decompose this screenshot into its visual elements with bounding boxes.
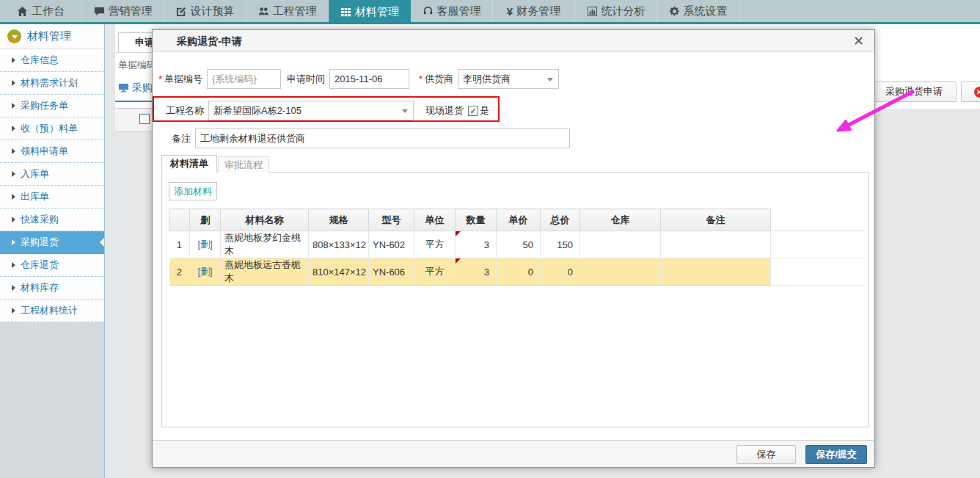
price-cell[interactable]: 0 <box>497 258 541 286</box>
purchase-return-apply-button[interactable]: 采购退货申请 <box>871 82 957 102</box>
nav-tab-label: 客服管理 <box>437 4 481 18</box>
qty-cell[interactable]: 3 <box>456 258 497 286</box>
sidebar-item-project-material-stats[interactable]: 工程材料统计 <box>0 300 104 322</box>
chat-icon <box>94 6 105 17</box>
material-name-cell[interactable]: 燕妮地板远古香栀木 <box>221 258 309 286</box>
background-tab-divider <box>115 52 153 53</box>
dialog-footer: 保存 保存/提交 <box>153 440 874 467</box>
caret-right-icon <box>12 217 15 222</box>
app-window: 工作台 营销管理 设计预算 工程管理 材料管理 客服管理 ¥ 财务管理 统计分析 <box>0 0 980 478</box>
table-row: 1 [删] 燕妮地板梦幻金桃木 808×133×12 YN-602 平方 3 5… <box>169 231 864 258</box>
nav-tab-marketing[interactable]: 营销管理 <box>82 0 164 22</box>
project-select[interactable]: 新希望国际A栋2-105 <box>208 101 414 120</box>
form-row-date: 申请时间 <box>287 69 409 89</box>
sidebar-item-receive-material[interactable]: 收（预）料单 <box>0 117 104 140</box>
background-panel-title-label: 采购 <box>132 82 153 95</box>
onsite-return-checkbox[interactable]: ✓ <box>468 106 478 116</box>
nav-tab-design-budget[interactable]: 设计预算 <box>164 0 246 22</box>
nav-tab-finance[interactable]: ¥ 财务管理 <box>493 0 575 22</box>
save-submit-button[interactable]: 保存/提交 <box>805 445 867 464</box>
form-row-supplier: * 供货商 李明供货商 <box>419 69 559 89</box>
row-number: 2 <box>169 258 190 286</box>
onsite-return-label: 现场退货 <box>425 104 464 117</box>
col-row-number <box>169 209 190 231</box>
sidebar-item-label: 出库单 <box>21 190 49 203</box>
sidebar-item-label: 领料申请单 <box>21 145 68 158</box>
nav-tab-materials[interactable]: 材料管理 <box>329 0 411 24</box>
doc-no-input[interactable] <box>207 69 281 89</box>
sidebar-item-purchase-task[interactable]: 采购任务单 <box>0 95 104 117</box>
remark-cell[interactable] <box>661 231 771 258</box>
monitor-icon <box>118 83 129 93</box>
material-name-cell[interactable]: 燕妮地板梦幻金桃木 <box>221 231 309 258</box>
model-cell[interactable]: YN-602 <box>369 231 414 258</box>
edit-icon <box>176 6 187 17</box>
price-cell[interactable]: 50 <box>497 231 541 258</box>
col-unit: 单位 <box>414 209 456 231</box>
remark-input[interactable] <box>195 128 570 148</box>
close-icon[interactable]: ✕ <box>853 33 864 49</box>
delete-row-link[interactable]: [删] <box>197 266 212 277</box>
tab-label: 审批流程 <box>224 159 263 172</box>
spec-cell[interactable]: 810×147×12 <box>309 258 369 286</box>
doc-code-label: 单据编码 <box>118 59 156 72</box>
caret-right-icon <box>12 148 15 154</box>
select-all-checkbox[interactable] <box>139 114 150 124</box>
supplier-label: 供货商 <box>425 73 453 86</box>
sidebar-item-quick-purchase[interactable]: 快速采购 <box>0 209 104 231</box>
warehouse-cell[interactable] <box>580 231 661 258</box>
col-model: 型号 <box>369 209 414 231</box>
sidebar-item-material-stock[interactable]: 材料库存 <box>0 277 104 300</box>
unit-cell[interactable]: 平方 <box>414 258 456 286</box>
supplier-select[interactable]: 李明供货商 <box>458 69 559 89</box>
nav-tab-label: 工作台 <box>32 4 65 18</box>
apply-date-label: 申请时间 <box>287 73 325 86</box>
apply-date-input[interactable] <box>329 69 409 89</box>
purchase-return-dialog: 采购退货-申请 ✕ * 单据编号 申请时间 * 供货商 李明供货商 工程名称 新… <box>152 29 875 468</box>
unit-cell[interactable]: 平方 <box>414 231 456 258</box>
caret-right-icon <box>12 239 15 245</box>
home-icon <box>17 6 28 17</box>
sidebar-item-material-demand-plan[interactable]: 材料需求计划 <box>0 72 104 95</box>
sidebar-item-label: 采购任务单 <box>21 99 68 112</box>
sidebar-item-material-request[interactable]: 领料申请单 <box>0 140 104 163</box>
save-button[interactable]: 保存 <box>736 445 796 464</box>
sidebar-item-purchase-return[interactable]: 采购退货 <box>0 231 104 254</box>
sidebar-item-outbound[interactable]: 出库单 <box>0 186 104 209</box>
delete-icon: ✕ <box>974 87 980 98</box>
add-material-button[interactable]: 添加材料 <box>169 182 217 200</box>
spec-cell[interactable]: 808×133×12 <box>309 231 369 258</box>
delete-button[interactable]: ✕ 删除 <box>961 82 980 102</box>
row-number: 1 <box>169 231 190 258</box>
sidebar-item-inbound[interactable]: 入库单 <box>0 163 104 186</box>
tab-approval-flow[interactable]: 审批流程 <box>218 156 269 173</box>
total-cell: 150 <box>541 231 580 258</box>
sidebar-group-header[interactable]: 材料管理 <box>0 24 104 49</box>
caret-right-icon <box>12 57 15 63</box>
nav-tab-engineering[interactable]: 工程管理 <box>246 0 329 22</box>
nav-tab-statistics[interactable]: 统计分析 <box>575 0 657 22</box>
required-mark: * <box>419 73 423 84</box>
col-delete: 删 <box>190 209 221 231</box>
nav-tab-workbench[interactable]: 工作台 <box>0 0 82 22</box>
nav-tab-settings[interactable]: 系统设置 <box>657 0 739 22</box>
remark-cell[interactable] <box>661 258 771 286</box>
sidebar-item-label: 仓库信息 <box>21 54 59 67</box>
warehouse-cell[interactable] <box>580 258 661 286</box>
qty-cell[interactable]: 3 <box>456 231 497 258</box>
delete-row-link[interactable]: [删] <box>197 239 212 250</box>
tab-material-list[interactable]: 材料清单 <box>161 155 217 173</box>
caret-right-icon <box>12 126 15 131</box>
sidebar-item-label: 快速采购 <box>21 213 59 226</box>
caret-right-icon <box>12 308 15 314</box>
material-table: 删 材料名称 规格 型号 单位 数量 单价 总价 仓库 备注 <box>169 209 864 286</box>
sidebar-item-warehouse-return[interactable]: 仓库退货 <box>0 254 104 277</box>
sidebar-item-warehouse-info[interactable]: 仓库信息 <box>0 49 104 72</box>
nav-tab-customer-service[interactable]: 客服管理 <box>411 0 493 22</box>
nav-tab-label: 财务管理 <box>516 4 560 18</box>
col-price: 单价 <box>497 209 541 231</box>
table-header-row: 删 材料名称 规格 型号 单位 数量 单价 总价 仓库 备注 <box>169 209 864 231</box>
remark-label: 备注 <box>172 132 191 145</box>
dialog-header: 采购退货-申请 ✕ <box>153 30 874 52</box>
model-cell[interactable]: YN-606 <box>369 258 414 286</box>
